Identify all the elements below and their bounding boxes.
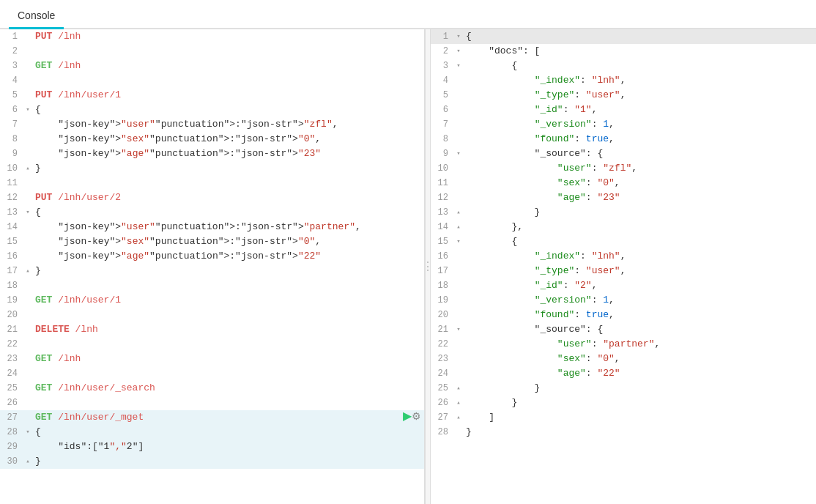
line-content: PUT /lnh/user/2 [32, 190, 424, 205]
fold-indicator [23, 410, 32, 425]
left-editor-panel[interactable]: 1PUT /lnh23GET /lnh45PUT /lnh/user/16▾{7… [0, 29, 425, 504]
right-line-3: 3▾ { [431, 59, 816, 73]
right-line-2: 2▾ "docs": [ [431, 44, 816, 59]
line-number: 6 [0, 103, 23, 117]
fold-indicator[interactable]: ▾ [454, 147, 463, 161]
line-content: "user": "zfl", [463, 161, 816, 176]
line-content: "_type": "user", [463, 88, 816, 103]
fold-indicator [23, 176, 32, 190]
fold-indicator [454, 308, 463, 322]
fold-indicator[interactable]: ▴ [454, 396, 463, 410]
right-line-21: 21▾ "_source": { [431, 322, 816, 337]
left-line-1: 1PUT /lnh [0, 29, 424, 44]
right-line-1: 1▾{ [431, 29, 816, 44]
line-content: "sex": "0", [463, 176, 816, 190]
fold-indicator [454, 425, 463, 440]
line-content: "_version": 1, [463, 293, 816, 308]
fold-indicator[interactable]: ▾ [454, 234, 463, 249]
fold-indicator [454, 366, 463, 381]
fold-indicator [454, 73, 463, 88]
fold-indicator [454, 352, 463, 366]
line-content: "sex": "0", [463, 352, 816, 366]
line-content: } [32, 161, 424, 176]
fold-indicator[interactable]: ▾ [454, 29, 463, 44]
right-line-22: 22 "user": "partner", [431, 337, 816, 352]
left-line-5: 5PUT /lnh/user/1 [0, 88, 424, 103]
line-content: { [463, 234, 816, 249]
fold-indicator[interactable]: ▾ [454, 322, 463, 337]
left-line-23: 23GET /lnh [0, 352, 424, 366]
line-number: 7 [431, 117, 454, 132]
line-content: "json-key">"age""punctuation">:"json-str… [32, 249, 424, 264]
app-container: Console 1PUT /lnh23GET /lnh45PUT /lnh/us… [0, 0, 816, 504]
line-content: GET /lnh/user/1 [32, 293, 424, 308]
line-content: "found": true, [463, 308, 816, 322]
fold-indicator[interactable]: ▴ [454, 205, 463, 220]
line-content [32, 44, 424, 59]
run-button[interactable]: ▶ [403, 410, 412, 422]
line-content: DELETE /lnh [32, 322, 424, 337]
right-line-11: 11 "sex": "0", [431, 176, 816, 190]
line-content: { [32, 103, 424, 117]
right-output-panel[interactable]: 1▾{2▾ "docs": [3▾ {4 "_index": "lnh",5 "… [431, 29, 816, 504]
left-line-25: 25GET /lnh/user/_search [0, 381, 424, 396]
right-line-28: 28} [431, 425, 816, 440]
fold-indicator [454, 278, 463, 293]
line-number: 7 [0, 117, 23, 132]
right-line-6: 6 "_id": "1", [431, 103, 816, 117]
fold-indicator[interactable]: ▾ [23, 205, 32, 220]
line-content: "_id": "2", [463, 278, 816, 293]
line-content [32, 337, 424, 352]
line-content: "json-key">"age""punctuation">:"json-str… [32, 147, 424, 161]
fold-indicator[interactable]: ▴ [454, 381, 463, 396]
line-number: 29 [0, 440, 23, 454]
line-number: 11 [0, 176, 23, 190]
fold-indicator[interactable]: ▾ [23, 425, 32, 440]
fold-indicator [23, 440, 32, 454]
fold-indicator [23, 44, 32, 59]
right-line-16: 16 "_index": "lnh", [431, 249, 816, 264]
fold-indicator[interactable]: ▾ [454, 59, 463, 73]
fold-indicator [23, 190, 32, 205]
left-line-21: 21DELETE /lnh [0, 322, 424, 337]
right-line-10: 10 "user": "zfl", [431, 161, 816, 176]
left-line-27: 27GET /lnh/user/_mget▶⚙ [0, 410, 424, 425]
fold-indicator [454, 161, 463, 176]
fold-indicator [454, 103, 463, 117]
line-number: 12 [431, 190, 454, 205]
line-content: ] [463, 410, 816, 425]
fold-indicator [454, 117, 463, 132]
left-line-24: 24 [0, 366, 424, 381]
line-content: GET /lnh [32, 59, 424, 73]
line-number: 2 [431, 44, 454, 59]
fold-indicator[interactable]: ▾ [454, 44, 463, 59]
fold-indicator[interactable]: ▴ [23, 264, 32, 278]
line-number: 25 [431, 381, 454, 396]
fold-indicator[interactable]: ▴ [454, 410, 463, 425]
fold-indicator [23, 249, 32, 264]
line-number: 5 [431, 88, 454, 103]
fold-indicator[interactable]: ▾ [23, 103, 32, 117]
left-line-11: 11 [0, 176, 424, 190]
fold-indicator [23, 29, 32, 44]
fold-indicator [454, 190, 463, 205]
line-number: 4 [0, 73, 23, 88]
line-content: } [32, 454, 424, 469]
line-content: "json-key">"sex""punctuation">:"json-str… [32, 234, 424, 249]
settings-button[interactable]: ⚙ [412, 410, 421, 422]
line-number: 26 [431, 396, 454, 410]
line-number: 18 [0, 278, 23, 293]
line-number: 10 [0, 161, 23, 176]
left-line-6: 6▾{ [0, 103, 424, 117]
fold-indicator[interactable]: ▴ [23, 454, 32, 469]
resize-handle[interactable]: ⋮ [425, 29, 431, 504]
right-line-23: 23 "sex": "0", [431, 352, 816, 366]
fold-indicator [454, 337, 463, 352]
fold-indicator [23, 88, 32, 103]
fold-indicator [23, 59, 32, 73]
console-tab[interactable]: Console [9, 5, 64, 29]
fold-indicator[interactable]: ▴ [23, 161, 32, 176]
fold-indicator[interactable]: ▴ [454, 220, 463, 234]
line-content: "_source": { [463, 322, 816, 337]
line-number: 19 [0, 293, 23, 308]
